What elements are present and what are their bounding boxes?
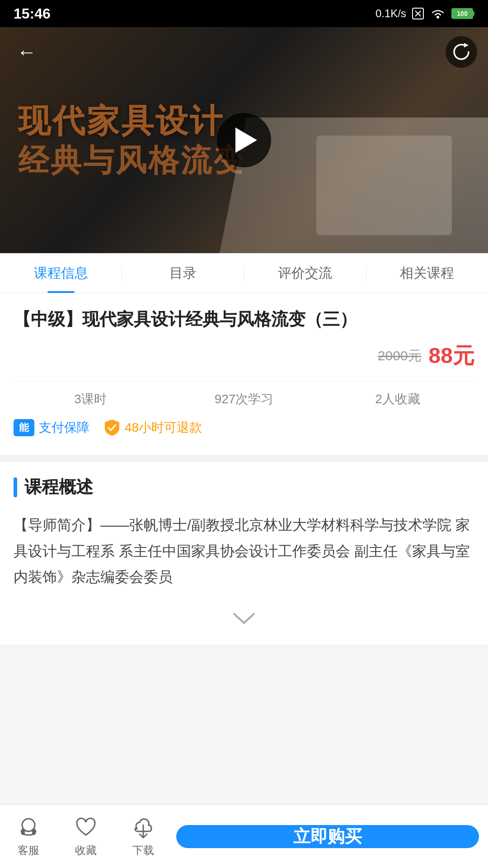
headphone-icon [17, 816, 40, 840]
price-row: 2000元 88元 [14, 341, 474, 370]
expand-arrow[interactable] [14, 599, 474, 631]
buy-button-label: 立即购买 [293, 825, 362, 848]
overview-content: 【导师简介】——张帆博士/副教授北京林业大学材料科学与技术学院 家具设计与工程系… [14, 512, 474, 599]
pay-protect-icon: 能 [14, 419, 34, 436]
nav-customer-service[interactable]: 客服 [0, 805, 57, 868]
badges-row: 能 支付保障 48小时可退款 [14, 419, 474, 446]
battery-icon: 100 [451, 8, 473, 19]
tab-course-info[interactable]: 课程信息 [0, 253, 122, 293]
chevron-down-icon [230, 610, 258, 627]
favorites-stat: 2人收藏 [321, 391, 474, 408]
lessons-stat: 3课时 [14, 391, 167, 408]
back-button[interactable]: ← [11, 36, 42, 68]
play-triangle-icon [235, 127, 257, 153]
shield-icon [103, 419, 121, 437]
status-time: 15:46 [14, 5, 51, 22]
status-bar: 15:46 0.1K/s 100 [0, 0, 488, 27]
tab-review[interactable]: 评价交流 [244, 253, 366, 293]
section-divider [0, 455, 488, 462]
battery-container: 100 [451, 8, 474, 19]
back-arrow-icon: ← [17, 41, 37, 63]
status-right: 0.1K/s 100 [375, 7, 474, 20]
svg-marker-4 [464, 43, 469, 47]
stats-row: 3课时 927次学习 2人收藏 [14, 381, 474, 408]
course-title: 【中级】现代家具设计经典与风格流变（三） [14, 307, 474, 332]
furniture-deco [316, 136, 452, 235]
network-speed: 0.1K/s [375, 7, 406, 20]
overview-section: 课程概述 【导师简介】——张帆博士/副教授北京林业大学材料科学与技术学院 家具设… [0, 462, 488, 645]
signal-x-icon [412, 7, 424, 20]
course-info-section: 【中级】现代家具设计经典与风格流变（三） 2000元 88元 3课时 927次学… [0, 293, 488, 455]
video-title-line1: 现代家具设计 [18, 103, 224, 139]
favorites-label: 收藏 [75, 843, 97, 858]
refund-badge: 48小时可退款 [103, 419, 202, 437]
battery-level: 100 [457, 10, 467, 17]
refresh-icon [451, 42, 471, 62]
heart-icon [74, 816, 98, 840]
pay-protect-badge: 能 支付保障 [14, 419, 89, 436]
refresh-button[interactable] [446, 36, 477, 68]
tab-catalog[interactable]: 目录 [122, 253, 244, 293]
views-stat: 927次学习 [167, 391, 321, 408]
original-price: 2000元 [378, 347, 422, 365]
nav-items: 客服 收藏 下载 [0, 805, 172, 868]
pay-protect-text: 支付保障 [39, 419, 89, 436]
current-price: 88元 [429, 341, 474, 370]
overview-title: 课程概述 [24, 476, 93, 499]
bottom-spacer [0, 645, 488, 717]
download-label: 下载 [132, 843, 154, 858]
download-icon [131, 816, 155, 840]
nav-favorites[interactable]: 收藏 [57, 805, 115, 868]
tab-related[interactable]: 相关课程 [366, 253, 488, 293]
svg-point-3 [436, 16, 439, 19]
bottom-nav: 客服 收藏 下载 立即购买 [0, 805, 488, 868]
video-title-line2: 经典与风格流变 [18, 143, 246, 177]
overview-header: 课程概述 [14, 476, 474, 499]
buy-button[interactable]: 立即购买 [176, 825, 479, 848]
wifi-icon [430, 7, 446, 20]
tabs-container: 课程信息 目录 评价交流 相关课程 [0, 253, 488, 293]
play-button[interactable] [217, 113, 271, 167]
overview-bar-accent [14, 477, 17, 497]
video-section: 现代家具设计 经典与风格流变 ← [0, 27, 488, 253]
customer-service-label: 客服 [18, 843, 39, 858]
refund-text: 48小时可退款 [125, 419, 202, 436]
nav-download[interactable]: 下载 [114, 805, 172, 868]
